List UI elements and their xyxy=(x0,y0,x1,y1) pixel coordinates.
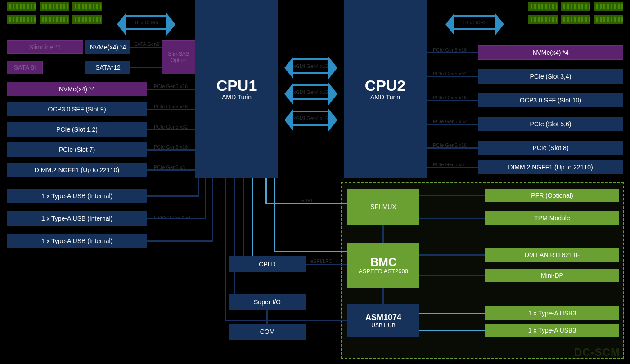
minidp-label: Mini-DP xyxy=(541,272,563,279)
right-pcie8: PCIe (Slot 8) xyxy=(478,141,623,155)
left-usb-bus: USB3.2 Gen1 x1 xyxy=(154,215,191,220)
left-pcie12-label: PCIe (Slot 1,2) xyxy=(56,126,98,133)
sata8i-label: SATA 8i xyxy=(14,64,36,71)
cpld-label: CPLD xyxy=(259,261,275,268)
sata8i-box: SATA 8i xyxy=(7,61,43,74)
left-usb-c-label: 1 x Type-A USB (Internal) xyxy=(41,237,112,244)
conn xyxy=(205,178,206,219)
conn xyxy=(252,178,253,256)
sata12-label: SATA*12 xyxy=(95,64,121,71)
left-dimm-label: DIMM.2 NGFF1 (Up to 22110) xyxy=(35,166,119,173)
cpu2-title: CPU2 xyxy=(365,77,406,94)
right-nvme: NVMe(x4) *4 xyxy=(478,45,623,60)
right-pcie56-label: PCIe (Slot 5,6) xyxy=(530,120,572,128)
right-pcie34-label: PCIe (Slot 3,4) xyxy=(530,73,572,80)
ram-stick xyxy=(594,2,623,11)
nvme-inline-label: NVMe(x4) *4 xyxy=(90,44,126,51)
superio-label: Super I/O xyxy=(254,298,281,306)
nvme-inline-lbl: SATA Gen2 xyxy=(134,41,159,47)
cpld: CPLD xyxy=(229,256,306,272)
left-dimm: DIMM.2 NGFF1 (Up to 22110) xyxy=(7,163,147,177)
conn xyxy=(266,310,268,324)
usb3-a-label: 1 x Type-A USB3 xyxy=(528,310,576,317)
conn xyxy=(419,330,485,331)
cpu1-sub: AMD Turin xyxy=(222,94,252,101)
asm-title: ASM1074 xyxy=(365,313,401,322)
ddr5-label-right: 16 x DDR5 xyxy=(463,20,487,25)
pfr-label: PFR (Optional) xyxy=(531,192,573,199)
right-pcie34-bus: PCIe Gen5 x32 xyxy=(433,71,467,76)
ram-stick xyxy=(72,15,102,24)
asm-sub: USB HUB xyxy=(371,322,395,328)
ram-stick xyxy=(7,15,36,24)
usb3-b: 1 x Type-A USB3 xyxy=(485,324,619,337)
left-usb-c: 1 x Type-A USB (Internal) xyxy=(7,234,147,248)
left-pcie12: PCIe (Slot 1,2) xyxy=(7,122,147,137)
minidp: Mini-DP xyxy=(485,269,619,282)
ram-stick xyxy=(72,2,102,11)
conn xyxy=(274,251,347,252)
left-usb-b: 1 x Type-A USB (Internal) xyxy=(7,211,147,226)
right-dimm-bus: PCIe Gen5 x8 xyxy=(433,162,464,167)
spi-mux: SPI MUX xyxy=(347,189,419,225)
usb3-a: 1 x Type-A USB3 xyxy=(485,306,619,320)
bmc: BMC ASPEED AST2600 xyxy=(347,243,419,288)
ram-stick xyxy=(40,15,69,24)
slimsas-label: SlimSAS Option xyxy=(162,51,195,63)
dcscm-label: DC-SCM xyxy=(574,346,620,359)
asm1074: ASM1074 USB HUB xyxy=(347,304,419,337)
conn xyxy=(419,313,485,314)
dmlan: DM LAN RTL8211F xyxy=(485,248,619,262)
right-pcie8-bus: PCIe Gen5 x16 xyxy=(433,142,467,148)
conn xyxy=(147,240,213,242)
com-label: COM xyxy=(260,328,275,335)
left-ocp: OCP3.0 SFF (Slot 9) xyxy=(7,102,147,116)
conn xyxy=(243,178,244,256)
xgmi-label-2: xGMI Gen4 x16 xyxy=(293,115,328,121)
bmc-title: BMC xyxy=(370,256,396,268)
conn xyxy=(419,275,485,276)
ram-stick xyxy=(40,2,69,11)
conn xyxy=(274,178,275,252)
conn xyxy=(212,178,213,242)
tpm: TPM Module xyxy=(485,211,619,225)
conn xyxy=(419,218,485,219)
nvme-inline-conn xyxy=(130,47,162,48)
cpu2-block: CPU2 AMD Turin xyxy=(344,0,427,178)
left-nvme-label: NVMe(x4) *4 xyxy=(59,85,95,93)
left-usb-b-label: 1 x Type-A USB (Internal) xyxy=(41,215,112,222)
conn xyxy=(147,195,199,197)
slimline-label: SlimLine *1 xyxy=(29,44,61,51)
right-ocp10: OCP3.0 SFF (Slot 10) xyxy=(478,93,623,107)
conn xyxy=(225,178,226,321)
right-pcie8-label: PCIe (Slot 8) xyxy=(532,144,568,151)
slimline-box: SlimLine *1 xyxy=(7,40,83,54)
conn xyxy=(266,178,267,203)
superio: Super I/O xyxy=(229,294,306,310)
right-ocp10-label: OCP3.0 SFF (Slot 10) xyxy=(520,97,581,104)
spi-mux-label: SPI MUX xyxy=(370,203,396,210)
ram-stick xyxy=(561,15,590,24)
ram-stick xyxy=(528,2,558,11)
ram-stick xyxy=(561,2,590,11)
left-pcie7: PCIe (Slot 7) xyxy=(7,142,147,157)
conn xyxy=(382,288,384,304)
slimsas-box: SlimSAS Option xyxy=(162,40,195,74)
com: COM xyxy=(229,324,306,340)
ram-stick xyxy=(594,15,623,24)
right-pcie56-bus: PCIe Gen5 x32 xyxy=(433,119,467,124)
right-dimm: DIMM.2 NGFF1 (Up to 22110) xyxy=(478,160,623,174)
conn xyxy=(419,195,485,196)
conn xyxy=(225,320,347,321)
conn xyxy=(306,264,347,265)
left-usb-a: 1 x Type-A USB (Internal) xyxy=(7,189,147,203)
right-dimm-label: DIMM.2 NGFF1 (Up to 22110) xyxy=(508,164,593,171)
cpu1-title: CPU1 xyxy=(216,77,257,94)
left-pcie7-bus: PCIe Gen5 x16 xyxy=(154,144,188,150)
conn xyxy=(147,218,206,219)
left-ocp-bus: PCIe Gen5 x16 xyxy=(154,104,188,109)
conn xyxy=(234,178,235,294)
right-ocp10-bus: PCIe Gen5 x16 xyxy=(433,95,467,100)
espi-lbl: eSPI xyxy=(302,198,312,203)
ram-stick xyxy=(7,2,36,11)
